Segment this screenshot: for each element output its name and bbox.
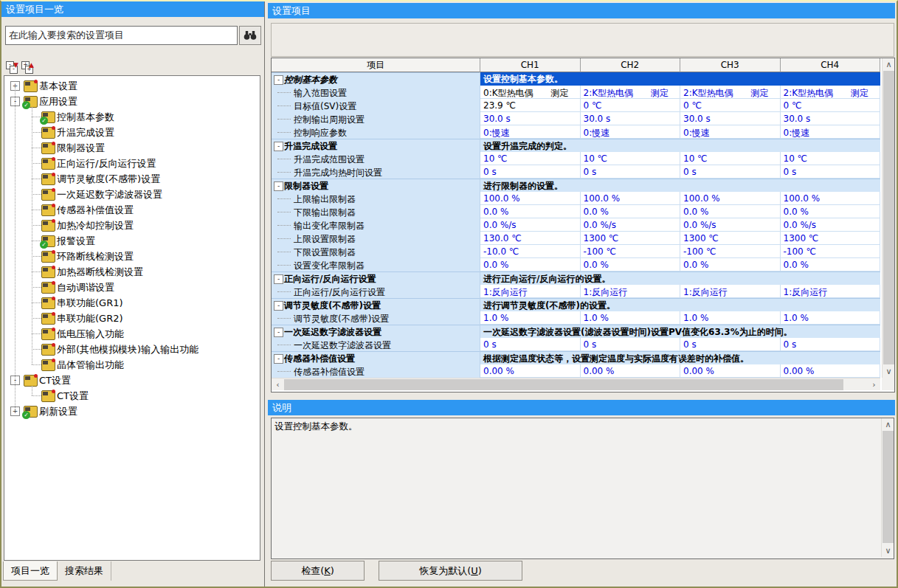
value-cell-ch4[interactable]: 0 s [781,165,881,179]
item-cell[interactable]: 正向运行/反向运行设置 [272,285,480,298]
tree-item[interactable]: 升温完成设置 [4,125,260,140]
item-cell[interactable]: -调节灵敏度(不感带)设置 [272,298,480,311]
value-cell-ch1[interactable]: 0.00 % [480,364,581,378]
value-cell-ch3[interactable]: 10 ℃ [680,152,781,165]
value-cell-ch2[interactable]: 0.0 % [581,205,681,218]
collapse-all-tree-icon[interactable]: --▼ [6,60,18,72]
setting-row[interactable]: 设置变化率限制器0.0 %0.0 %0.0 %0.0 % [272,258,880,271]
item-cell[interactable]: -升温完成设置 [272,139,480,152]
item-cell[interactable]: -限制器设置 [272,179,480,192]
value-cell-ch4[interactable]: 0 s [781,338,881,351]
group-row[interactable]: -一次延迟数字滤波器设置一次延迟数字滤波器设置(滤波器设置时间)设置PV值变化6… [272,325,880,338]
scroll-up-icon[interactable]: ∧ [883,58,895,71]
value-cell-ch4[interactable]: 100.0 % [781,192,881,205]
value-cell-ch2[interactable]: 0.00 % [581,364,681,378]
value-cell-ch2[interactable]: 1300 ℃ [581,232,681,245]
item-cell[interactable]: -一次延迟数字滤波器设置 [272,325,480,338]
value-cell-ch2[interactable]: 0.0 %/s [581,218,681,232]
value-cell-ch2[interactable]: 1.0 % [581,311,681,325]
group-row[interactable]: -控制基本参数设置控制基本参数。 [272,72,880,86]
value-cell-ch1[interactable]: 10 ℃ [480,152,581,165]
tree-item[interactable]: -CT设置 [4,373,260,388]
value-cell-ch3[interactable]: 0.00 % [680,364,781,378]
tree-item[interactable]: 自动调谐设置 [4,280,260,295]
group-description-selected[interactable]: 设置控制基本参数。 [480,72,880,86]
value-cell-ch2[interactable]: 1:反向运行 [581,285,681,298]
setting-row[interactable]: 输入范围设置0:K型热电偶 测定2:K型热电偶 测定2:K型热电偶 测定2:K型… [272,86,880,99]
setting-row[interactable]: 传感器补偿值设置0.00 %0.00 %0.00 %0.00 % [272,364,880,378]
value-cell-ch4[interactable]: 0 ℃ [781,99,881,112]
tree-item[interactable]: 一次延迟数字滤波器设置 [4,187,260,202]
value-cell-ch1[interactable]: 1:反向运行 [480,285,581,298]
value-cell-ch4[interactable]: 0.0 % [781,258,881,271]
tree-item[interactable]: +✓刷新设置 [4,404,260,419]
value-cell-ch1[interactable]: 0:慢速 [480,125,581,139]
collapse-icon[interactable]: - [274,75,283,85]
value-cell-ch1[interactable]: 1.0 % [480,311,581,325]
tree-item[interactable]: ✓报警设置 [4,233,260,249]
collapse-icon[interactable]: - [274,274,283,284]
group-description[interactable]: 进行限制器的设置。 [480,179,880,192]
value-cell-ch2[interactable]: -100 ℃ [581,245,681,258]
item-cell[interactable]: 上限设置限制器 [272,232,480,245]
item-cell[interactable]: 控制响应参数 [272,125,480,139]
tree-item[interactable]: 调节灵敏度(不感带)设置 [4,171,260,187]
group-row[interactable]: -升温完成设置设置升温完成的判定。 [272,139,880,152]
tree-item[interactable]: ✓控制基本参数 [4,109,260,125]
group-row[interactable]: -调节灵敏度(不感带)设置进行调节灵敏度(不感带)的设置。 [272,298,880,311]
item-cell[interactable]: -正向运行/反向运行设置 [272,271,480,285]
description-scrollbar[interactable]: ∧ ∨ [881,418,894,557]
collapse-icon[interactable]: - [274,181,283,191]
tab-search-results[interactable]: 搜索结果 [58,561,111,581]
table-horizontal-scrollbar[interactable]: ‹ › [272,378,880,390]
column-header[interactable]: CH4 [781,58,881,72]
value-cell-ch1[interactable]: 0:K型热电偶 测定 [480,86,581,99]
value-cell-ch2[interactable]: 0.0 % [581,258,681,271]
setting-row[interactable]: 一次延迟数字滤波器设置0 s0 s0 s0 s [272,338,880,351]
value-cell-ch3[interactable]: 30.0 s [680,112,781,125]
tree-item[interactable]: 传感器补偿值设置 [4,202,260,218]
value-cell-ch1[interactable]: 0 s [480,165,581,179]
value-cell-ch3[interactable]: 1.0 % [680,311,781,325]
value-cell-ch4[interactable]: 0.0 % [781,205,881,218]
value-cell-ch1[interactable]: 130.0 ℃ [480,232,581,245]
tree-item[interactable]: 晶体管输出功能 [4,357,260,373]
item-cell[interactable]: 输入范围设置 [272,86,480,99]
value-cell-ch3[interactable]: 1:反向运行 [680,285,781,298]
column-header[interactable]: CH2 [581,58,681,72]
setting-row[interactable]: 输出变化率限制器0.0 %/s0.0 %/s0.0 %/s0.0 %/s [272,218,880,232]
item-cell[interactable]: 输出变化率限制器 [272,218,480,232]
setting-row[interactable]: 目标值(SV)设置23.9 ℃0 ℃0 ℃0 ℃ [272,99,880,112]
value-cell-ch2[interactable]: 0:慢速 [581,125,681,139]
value-cell-ch3[interactable]: 1300 ℃ [680,232,781,245]
vertical-scroll-thumb[interactable] [883,431,894,543]
tree-item[interactable]: +基本设置 [4,78,260,94]
value-cell-ch2[interactable]: 30.0 s [581,112,681,125]
group-row[interactable]: -传感器补偿值设置根据测定温度状态等，设置测定温度与实际温度有误差时的补偿值。 [272,351,880,364]
tree-item[interactable]: 加热器断线检测设置 [4,264,260,280]
tree-item[interactable]: 加热冷却控制设置 [4,218,260,233]
item-cell[interactable]: 调节灵敏度(不感带)设置 [272,311,480,325]
horizontal-scroll-thumb[interactable] [284,379,843,390]
search-input[interactable] [5,26,238,45]
value-cell-ch4[interactable]: 0.0 %/s [781,218,881,232]
group-description[interactable]: 根据测定温度状态等，设置测定温度与实际温度有误差时的补偿值。 [480,351,880,364]
group-row[interactable]: -正向运行/反向运行设置进行正向运行/反向运行的设置。 [272,271,880,285]
scroll-down-icon[interactable]: ∨ [883,365,895,378]
value-cell-ch1[interactable]: 0.0 % [480,258,581,271]
value-cell-ch4[interactable]: 0:慢速 [781,125,881,139]
value-cell-ch3[interactable]: 0 s [680,165,781,179]
tree-item[interactable]: 环路断线检测设置 [4,249,260,264]
collapse-icon[interactable]: - [274,301,283,311]
setting-row[interactable]: 调节灵敏度(不感带)设置1.0 %1.0 %1.0 %1.0 % [272,311,880,325]
value-cell-ch2[interactable]: 100.0 % [581,192,681,205]
group-description[interactable]: 一次延迟数字滤波器设置(滤波器设置时间)设置PV值变化63.3%为止的时间。 [480,325,880,338]
value-cell-ch3[interactable]: 0.0 % [680,258,781,271]
value-cell-ch3[interactable]: 0.0 %/s [680,218,781,232]
value-cell-ch1[interactable]: 0.0 %/s [480,218,581,232]
value-cell-ch4[interactable]: 10 ℃ [781,152,881,165]
item-cell[interactable]: 一次延迟数字滤波器设置 [272,338,480,351]
value-cell-ch3[interactable]: 0 ℃ [680,99,781,112]
value-cell-ch2[interactable]: 0 s [581,165,681,179]
value-cell-ch1[interactable]: 100.0 % [480,192,581,205]
